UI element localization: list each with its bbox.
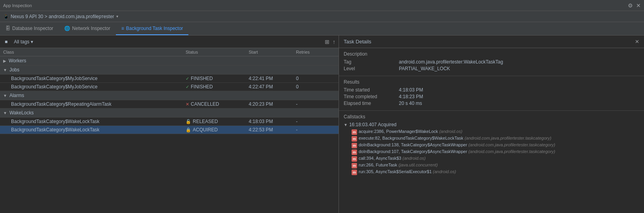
lock-icon: 🔓 xyxy=(186,119,191,124)
method-icon: m xyxy=(352,143,357,148)
callstack-group-label: 16:18:03.407 Acquired xyxy=(349,122,396,127)
callstacks-title: Callstacks xyxy=(344,114,639,120)
row-retries: - xyxy=(296,101,335,107)
method-text: execute:82, BackgroundTaskCategory$WakeL… xyxy=(359,136,551,140)
method-text: run:305, AsyncTask$SerialExecutor$1 (and… xyxy=(359,169,456,174)
col-retries: Retries xyxy=(296,50,335,54)
section-wakelocks[interactable]: ▼ WakeLocks xyxy=(0,108,339,118)
lock-icon: 🔒 xyxy=(186,127,191,133)
toolbar-icons: ⊞ ↑ xyxy=(325,39,335,45)
tab-network[interactable]: 🌐 Network Inspector xyxy=(59,22,116,35)
section-workers[interactable]: ▶ Workers xyxy=(0,56,339,65)
chevron-down-icon: ▾ xyxy=(116,14,118,19)
check-icon: ✓ xyxy=(186,76,189,81)
method-icon: m xyxy=(352,156,357,162)
callstack-item: m doInBackground:138, TaskCategory$Async… xyxy=(344,142,639,149)
row-retries: 0 xyxy=(296,76,335,81)
row-start: 4:22:47 PM xyxy=(249,84,296,90)
section-wakelocks-label: WakeLocks xyxy=(9,110,34,116)
cross-icon: ✕ xyxy=(186,102,189,107)
callstack-group: ▼ 16:18:03.407 Acquired m acquire:2386, … xyxy=(344,122,639,176)
database-icon: 🗄 xyxy=(6,26,10,31)
row-start: 4:20:23 PM xyxy=(249,101,296,107)
method-icon: m xyxy=(352,136,357,142)
section-workers-label: Workers xyxy=(9,58,26,64)
row-status: ✕ CANCELLED xyxy=(186,101,249,107)
row-status: 🔒 ACQUIRED xyxy=(186,127,249,133)
device-selector[interactable]: 📱 Nexus 9 API 30 > android.com.java.prof… xyxy=(3,14,118,19)
results-section: Results Time started 4:18:03 PM Time com… xyxy=(339,76,644,111)
task-details-header: Task Details ✕ xyxy=(339,36,644,48)
tag-value: android.com.java.profilertester:WakeLock… xyxy=(399,59,503,65)
table-row[interactable]: BackgroundTaskCategory$RepeatingAlarmTas… xyxy=(0,100,339,108)
section-alarms-label: Alarms xyxy=(9,93,24,98)
tabs-bar: 🗄 Database Inspector 🌐 Network Inspector… xyxy=(0,22,644,36)
main-content: ■ All tags ▾ ⊞ ↑ Class Status Start Retr… xyxy=(0,36,644,213)
tab-background-label: Background Task Inspector xyxy=(126,26,183,31)
gear-icon[interactable]: ⚙ xyxy=(628,2,633,9)
time-started-label: Time started xyxy=(344,87,399,93)
device-label: Nexus 9 API 30 > android.com.java.profil… xyxy=(11,14,114,19)
device-bar: 📱 Nexus 9 API 30 > android.com.java.prof… xyxy=(0,11,644,22)
method-text: doInBackground:138, TaskCategory$AsyncTa… xyxy=(359,142,555,147)
col-status: Status xyxy=(186,50,249,54)
table-body: ▶ Workers ▼ Jobs BackgroundTaskCategory$… xyxy=(0,56,339,213)
table-row[interactable]: BackgroundTaskCategory$MyJobService ✓ FI… xyxy=(0,75,339,83)
results-title: Results xyxy=(344,79,639,85)
row-start: 4:22:53 PM xyxy=(249,127,296,133)
arrow-icon: ▼ xyxy=(3,93,7,98)
callstack-item: m doInBackground:107, TaskCategory$Async… xyxy=(344,149,639,155)
row-retries: - xyxy=(296,127,335,133)
close-details-icon[interactable]: ✕ xyxy=(635,39,639,45)
tab-network-label: Network Inspector xyxy=(72,26,110,31)
tab-background[interactable]: ≡ Background Task Inspector xyxy=(116,22,189,35)
tab-database-label: Database Inspector xyxy=(12,26,53,31)
tab-database[interactable]: 🗄 Database Inspector xyxy=(0,22,59,35)
row-retries: 0 xyxy=(296,84,335,90)
callstack-group-header[interactable]: ▼ 16:18:03.407 Acquired xyxy=(344,122,639,127)
row-class: BackgroundTaskCategory$WakeLockTask xyxy=(11,127,186,133)
method-text: doInBackground:107, TaskCategory$AsyncTa… xyxy=(359,149,555,154)
callstacks-section: Callstacks ▼ 16:18:03.407 Acquired m acq… xyxy=(339,111,644,213)
row-status: ✓ FINISHED xyxy=(186,84,249,90)
toolbar: ■ All tags ▾ ⊞ ↑ xyxy=(0,36,339,48)
filter-button[interactable]: All tags ▾ xyxy=(12,38,34,45)
tag-row: Tag android.com.java.profilertester:Wake… xyxy=(344,59,639,65)
device-icon: 📱 xyxy=(3,14,9,19)
row-status: ✓ FINISHED xyxy=(186,76,249,81)
table-row[interactable]: BackgroundTaskCategory$MyJobService ✓ FI… xyxy=(0,83,339,91)
section-alarms[interactable]: ▼ Alarms xyxy=(0,91,339,100)
row-retries: - xyxy=(296,119,335,124)
row-class: BackgroundTaskCategory$RepeatingAlarmTas… xyxy=(11,101,186,107)
elapsed-row: Elapsed time 20 s 40 ms xyxy=(344,101,639,106)
col-class: Class xyxy=(3,50,186,54)
callstack-arrow-icon: ▼ xyxy=(344,123,348,127)
row-status: 🔓 RELEASED xyxy=(186,119,249,124)
table-header: Class Status Start Retries xyxy=(0,48,339,56)
row-class: BackgroundTaskCategory$MyJobService xyxy=(11,84,186,90)
callstack-item: m call:394, AsyncTask$3 (android.os) xyxy=(344,155,639,162)
time-started-value: 4:18:03 PM xyxy=(399,87,423,93)
stop-icon: ■ xyxy=(5,39,7,45)
row-class: BackgroundTaskCategory$WakeLockTask xyxy=(11,119,186,124)
stop-button[interactable]: ■ xyxy=(3,38,9,45)
network-icon: 🌐 xyxy=(64,26,70,31)
callstack-item: m execute:82, BackgroundTaskCategory$Wak… xyxy=(344,135,639,142)
callstack-item: m acquire:2386, PowerManager$WakeLock (a… xyxy=(344,129,639,135)
title-bar: App Inspection ⚙ ✕ xyxy=(0,0,644,11)
section-jobs[interactable]: ▼ Jobs xyxy=(0,65,339,75)
filter-chevron-icon: ▾ xyxy=(31,39,33,45)
close-icon[interactable]: ✕ xyxy=(636,2,641,9)
title-bar-actions: ⚙ ✕ xyxy=(628,2,641,9)
time-completed-value: 4:18:23 PM xyxy=(399,94,423,99)
table-row[interactable]: BackgroundTaskCategory$WakeLockTask 🔒 AC… xyxy=(0,126,339,134)
grid-icon[interactable]: ⊞ xyxy=(325,39,329,45)
time-completed-row: Time completed 4:18:23 PM xyxy=(344,94,639,99)
table-row[interactable]: BackgroundTaskCategory$WakeLockTask 🔓 RE… xyxy=(0,118,339,126)
method-text: run:266, FutureTask (java.util.concurren… xyxy=(359,163,438,167)
export-icon[interactable]: ↑ xyxy=(333,39,335,45)
row-start: 4:22:41 PM xyxy=(249,76,296,81)
time-completed-label: Time completed xyxy=(344,94,399,99)
task-details-title: Task Details xyxy=(344,39,371,45)
section-jobs-label: Jobs xyxy=(9,67,19,73)
